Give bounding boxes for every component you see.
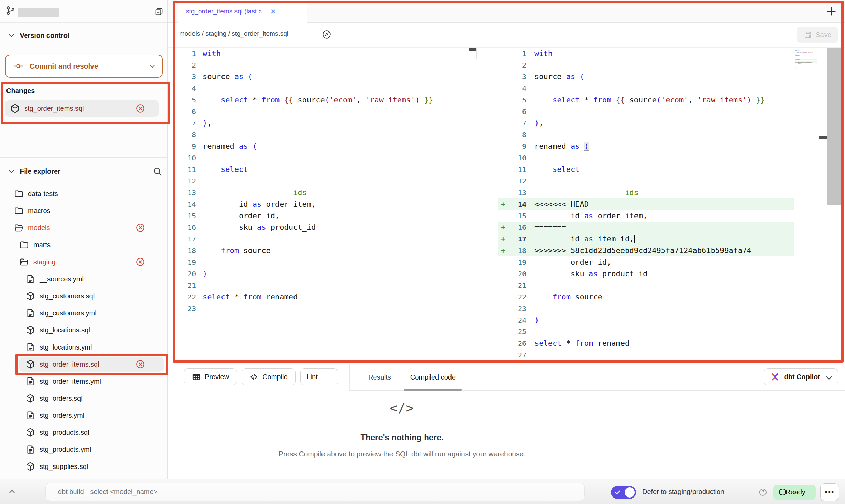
- cube-icon: [25, 393, 35, 403]
- tree-item-label: stg_orders.yml: [40, 412, 84, 419]
- code-line: 15 id as order_item,: [498, 210, 794, 222]
- text-cursor: [634, 235, 635, 243]
- discard-change-icon[interactable]: [135, 223, 145, 233]
- right-scrollbar-thumb[interactable]: [819, 136, 827, 139]
- help-icon[interactable]: [758, 488, 768, 497]
- save-icon: [803, 30, 812, 39]
- tree-item-marts[interactable]: marts: [0, 236, 167, 253]
- tree-item-data-tests[interactable]: data-tests: [0, 185, 167, 202]
- file-tree: data-testsmacrosmodelsmartsstaging__sour…: [0, 185, 167, 475]
- code-line: 6: [498, 106, 794, 117]
- tree-item-label: stg_locations.yml: [40, 343, 92, 351]
- version-control-header[interactable]: Version control 1: [0, 28, 167, 43]
- model-cube-icon: [10, 103, 20, 114]
- diff-pane-modified[interactable]: 1with23source as (45 select * from {{ so…: [498, 48, 794, 361]
- more-options-button[interactable]: •••: [820, 483, 839, 501]
- save-button[interactable]: Save: [797, 27, 838, 43]
- empty-subtitle: Press Compile above to preview the SQL d…: [197, 450, 607, 458]
- discard-change-icon[interactable]: [135, 257, 145, 267]
- copy-icon[interactable]: [154, 7, 164, 16]
- tree-item-stg_customers.sql[interactable]: stg_customers.sql: [0, 287, 167, 305]
- lint-options-dropdown[interactable]: [328, 369, 338, 385]
- tree-item-stg_order_items.yml[interactable]: stg_order_items.yml: [0, 373, 167, 390]
- dbt-copilot-button[interactable]: dbt Copilot: [764, 368, 838, 385]
- code-line: 24): [498, 314, 794, 326]
- code-line: 21: [498, 280, 794, 291]
- chevron-up-icon[interactable]: [8, 487, 16, 496]
- tree-item-label: marts: [33, 241, 51, 249]
- lineage-compass-icon[interactable]: [319, 27, 334, 42]
- discard-change-icon[interactable]: [135, 359, 145, 369]
- tree-item-label: models: [28, 224, 50, 232]
- new-tab-icon[interactable]: [825, 5, 837, 17]
- git-commit-icon: [13, 61, 24, 71]
- cube-icon: [25, 325, 35, 335]
- doc-icon: [25, 274, 35, 284]
- editor-scrollbar-thumb[interactable]: [827, 48, 842, 205]
- tab-results[interactable]: Results: [359, 364, 401, 391]
- left-pane-scrollbar-thumb[interactable]: [469, 48, 476, 51]
- tree-item-macros[interactable]: macros: [0, 202, 167, 219]
- code-line: 22select * from renamed: [168, 291, 477, 303]
- lint-button[interactable]: Lint: [300, 368, 338, 385]
- defer-toggle[interactable]: [611, 486, 636, 499]
- code-line: 19 order_id,: [498, 256, 794, 268]
- diff-editor: 1with23source as (45 select * from {{ so…: [168, 48, 845, 361]
- tab-bar: stg_order_items.sql (last c... ×: [168, 0, 845, 23]
- tree-item-stg_orders.yml[interactable]: stg_orders.yml: [0, 407, 167, 424]
- table-icon: [192, 372, 201, 381]
- minimap[interactable]: withsource as ( select * from {{ source(…: [795, 49, 817, 108]
- code-line: 21: [168, 280, 477, 291]
- editor-toolbar: models / staging / stg_order_items.sql S…: [168, 23, 845, 48]
- tree-item-stg_orders.sql[interactable]: stg_orders.sql: [0, 390, 167, 407]
- tree-item-stg_supplies.sql[interactable]: stg_supplies.sql: [0, 458, 167, 475]
- tree-item-stg_order_items.sql[interactable]: stg_order_items.sql: [0, 356, 167, 373]
- breadcrumb: models / staging / stg_order_items.sql: [179, 30, 288, 38]
- action-bar: Preview Compile Lint ResultsCompiled cod…: [168, 364, 845, 391]
- discard-change-icon[interactable]: [135, 103, 145, 114]
- folder-open-icon: [14, 223, 24, 233]
- code-line: 20): [168, 268, 477, 280]
- diff-pane-original[interactable]: 1with23source as (45 select * from {{ so…: [168, 48, 477, 361]
- tree-item-label: stg_order_items.sql: [40, 360, 99, 368]
- code-line: 12: [168, 175, 477, 187]
- code-line: 1with: [498, 48, 794, 59]
- doc-icon: [25, 342, 35, 352]
- code-line: 25: [498, 326, 794, 338]
- code-line: 3source as (: [168, 71, 477, 83]
- tree-item-label: macros: [28, 207, 51, 215]
- tree-item-stg_locations.sql[interactable]: stg_locations.sql: [0, 322, 167, 339]
- command-input[interactable]: dbt build --select <model_name>: [45, 483, 585, 501]
- chevron-down-icon[interactable]: [7, 31, 16, 40]
- tree-item-__sources.yml[interactable]: __sources.yml: [0, 270, 167, 287]
- close-tab-icon[interactable]: ×: [271, 7, 276, 16]
- chevron-down-icon[interactable]: [7, 167, 16, 176]
- search-icon[interactable]: [153, 166, 163, 177]
- empty-title: There's nothing here.: [197, 433, 607, 442]
- code-line: 26select * from renamed: [498, 338, 794, 349]
- commit-and-resolve-button[interactable]: Commit and resolve: [5, 55, 163, 78]
- code-line: 22 from source: [498, 291, 794, 303]
- code-line: 9renamed as (: [498, 140, 794, 152]
- commit-options-dropdown[interactable]: [142, 55, 162, 77]
- tree-item-stg_customers.yml[interactable]: stg_customers.yml: [0, 305, 167, 322]
- preview-button[interactable]: Preview: [184, 368, 237, 385]
- tree-item-label: stg_customers.yml: [40, 309, 97, 317]
- tree-item-models[interactable]: models: [0, 219, 167, 236]
- code-line: 16 sku as product_id: [168, 222, 477, 233]
- code-line: 5 select * from {{ source('ecom', 'raw_i…: [498, 94, 794, 106]
- tab-stg-order-items[interactable]: stg_order_items.sql (last c... ×: [178, 0, 307, 23]
- tree-item-label: stg_supplies.sql: [40, 463, 88, 471]
- scrollbar-track: [818, 48, 818, 361]
- code-line: 17: [168, 233, 477, 245]
- tree-item-stg_products.sql[interactable]: stg_products.sql: [0, 424, 167, 441]
- file-explorer-header[interactable]: File explorer: [0, 164, 167, 179]
- branch-name-redacted: [18, 8, 59, 17]
- tab-compiled-code[interactable]: Compiled code: [401, 364, 465, 391]
- compile-button[interactable]: Compile: [242, 368, 295, 385]
- results-panel: </> There's nothing here. Press Compile …: [168, 391, 845, 479]
- tree-item-stg_products.yml[interactable]: stg_products.yml: [0, 441, 167, 458]
- tree-item-staging[interactable]: staging: [0, 253, 167, 270]
- cube-icon: [25, 461, 35, 472]
- tree-item-stg_locations.yml[interactable]: stg_locations.yml: [0, 339, 167, 356]
